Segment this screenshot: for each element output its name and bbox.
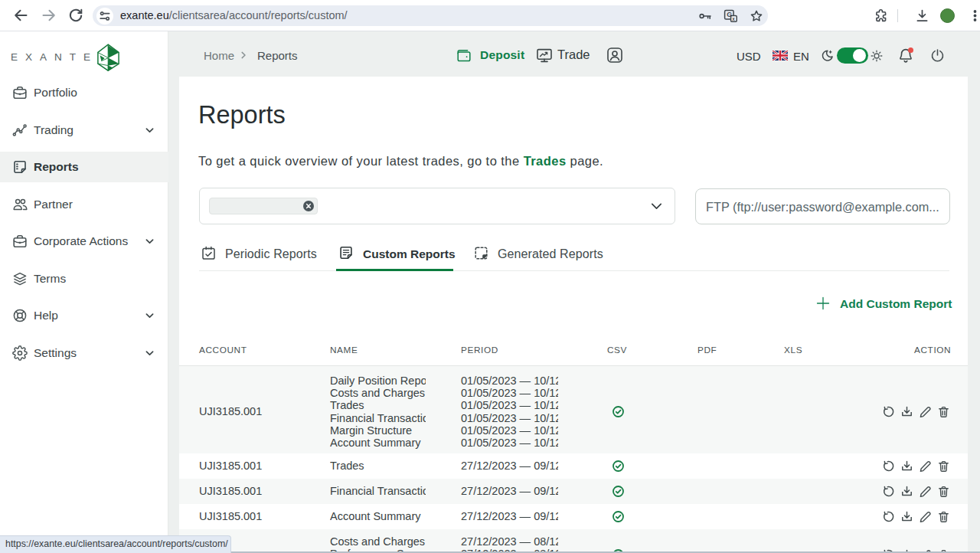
svg-text:x: x: [732, 16, 735, 21]
